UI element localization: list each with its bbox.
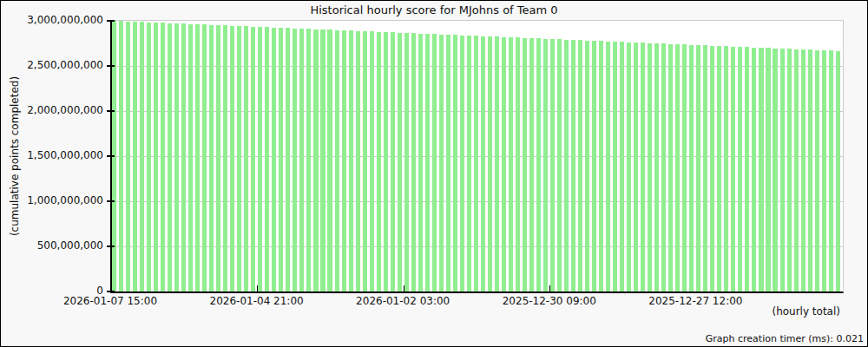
bar-slot (523, 21, 529, 291)
bar-slot (829, 21, 836, 291)
y-tick-label: 2,500,000,000 (27, 59, 103, 71)
bar (710, 46, 714, 291)
bar (432, 34, 437, 291)
bar-slot (404, 21, 411, 291)
y-tick-mark (107, 291, 115, 292)
bar (773, 49, 777, 291)
bar-slot (342, 21, 349, 291)
bar (752, 48, 756, 291)
bar-slot (279, 21, 286, 291)
bar (384, 32, 388, 291)
bar-slot (794, 21, 801, 291)
bar (648, 43, 652, 291)
bar-slot (787, 21, 794, 291)
bar (703, 45, 707, 291)
bar-slot (306, 21, 313, 291)
bar-slot (808, 21, 815, 291)
bar (349, 30, 353, 291)
bar (467, 36, 471, 291)
bar (154, 23, 158, 291)
bar-slot (759, 21, 766, 291)
bar-slot (745, 21, 752, 291)
bar (370, 31, 374, 291)
bar-slot (168, 21, 174, 291)
bar-slot (654, 21, 661, 291)
bar (147, 23, 151, 291)
y-tick-mark (107, 200, 115, 202)
bar-slot (599, 21, 606, 291)
bar (620, 42, 624, 291)
bar (293, 29, 297, 291)
bar (759, 48, 763, 291)
bar (272, 28, 276, 291)
bar (299, 29, 304, 291)
bar (550, 39, 555, 291)
bar (244, 26, 248, 291)
bar-slot (801, 21, 808, 291)
bar-slot (335, 21, 342, 291)
bar-slot (627, 21, 634, 291)
y-tick-label: 500,000,000 (37, 239, 103, 252)
bar-slot (766, 21, 773, 291)
bar (251, 27, 255, 291)
bar (787, 49, 792, 291)
bar-slot (620, 21, 627, 291)
bar (731, 47, 735, 291)
bar-slot (223, 21, 230, 291)
bar (335, 30, 339, 291)
bar-slot (724, 21, 731, 291)
bar-slot (571, 21, 578, 291)
bar-slot (133, 21, 140, 291)
bar-slot (481, 21, 488, 291)
bar (342, 30, 346, 291)
bar (599, 41, 603, 291)
bar-slot (536, 21, 543, 291)
bar-slot (529, 21, 536, 291)
bar-slot (780, 21, 787, 291)
bar-slot (731, 21, 738, 291)
bar-slot (634, 21, 641, 291)
bar-slot (661, 21, 668, 291)
bar (398, 33, 402, 291)
bar (195, 24, 200, 291)
bar-slot (613, 21, 620, 291)
bar-slot (557, 21, 564, 291)
bar-slot (251, 21, 258, 291)
bar (516, 37, 520, 291)
bar (230, 26, 234, 291)
bar (675, 44, 680, 291)
bar-slot (752, 21, 759, 291)
bar-slot (161, 21, 168, 291)
bar-slot (696, 21, 703, 291)
bar-slot (272, 21, 279, 291)
bar (592, 41, 596, 291)
bar (209, 25, 214, 291)
bar (188, 24, 193, 291)
bar (481, 36, 485, 291)
bar-slot (154, 21, 161, 291)
bar-slot (265, 21, 272, 291)
bar (279, 28, 283, 291)
graph-timer-text: Graph creation timer (ms): 0.021 (706, 333, 864, 344)
bar (363, 31, 367, 291)
bar (439, 35, 444, 291)
bar (724, 46, 728, 291)
bar (536, 38, 541, 291)
bar (258, 27, 262, 291)
bar (377, 32, 381, 291)
bar (453, 35, 457, 291)
bar (411, 33, 416, 291)
bar (126, 22, 130, 291)
y-tick-label: 2,000,000,000 (27, 104, 103, 116)
bar-slot (313, 21, 320, 291)
bar-slot (543, 21, 550, 291)
bar-slot (237, 21, 244, 291)
y-tick-label: 1,000,000,000 (27, 194, 103, 206)
bar-slot (495, 21, 502, 291)
bar-slot (299, 21, 306, 291)
bar-slot (391, 21, 398, 291)
bar-slot (432, 21, 439, 291)
bar (446, 35, 450, 291)
bar (585, 41, 589, 291)
bar (181, 23, 186, 291)
